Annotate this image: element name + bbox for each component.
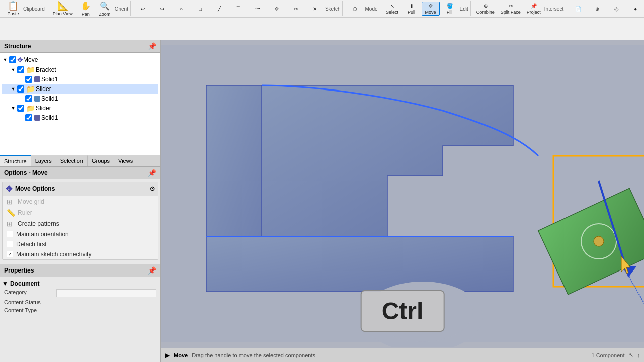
create-patterns-label: Create patterns (18, 220, 59, 227)
panel-pin-icon[interactable]: 📌 (148, 42, 156, 50)
document-collapse-icon: ▼ (2, 280, 8, 287)
tree-arrow-bracket[interactable]: ▼ (10, 67, 16, 72)
viewport[interactable]: Drag the handle to move the selected com… (161, 40, 644, 362)
tree-solid-slider2-icon (34, 115, 40, 121)
sphere-icon: ● (634, 6, 637, 12)
tree-checkbox-slider2[interactable] (17, 105, 24, 112)
maintain-sketch-item[interactable]: Maintain sketch connectivity (3, 249, 158, 259)
sketch-arc-button[interactable]: ⌒ (229, 2, 248, 16)
intersect-label: Intersect (544, 6, 564, 12)
sketch-x-button[interactable]: ✕ (306, 2, 324, 16)
origin-button[interactable]: ◎ (607, 2, 625, 16)
plan-view-button[interactable]: 📐 Plan View (50, 2, 75, 16)
ruler-label: Ruler (18, 209, 32, 216)
create-patterns-icon: ⊞ (7, 220, 15, 228)
tree-item-bracket-solid1[interactable]: Solid1 (2, 75, 158, 84)
sketch-line-button[interactable]: ╱ (210, 2, 228, 16)
move-button[interactable]: ✥ Move (422, 2, 440, 16)
tree-item-slider1[interactable]: ▼ 📁 Slider (2, 84, 158, 94)
properties-header: Properties 📌 (0, 264, 160, 277)
tree-checkbox-move[interactable] (9, 56, 16, 63)
tab-layers[interactable]: Layers (31, 155, 56, 166)
mode-button[interactable]: ⬡ (346, 2, 364, 16)
fill-label: Fill (447, 10, 453, 15)
tree-label-slider1-solid1: Solid1 (41, 95, 58, 102)
split-face-icon: ✂ (509, 3, 513, 9)
detach-first-checkbox[interactable] (7, 241, 13, 247)
tree-checkbox-slider1[interactable] (17, 85, 24, 93)
file-icon: 📄 (575, 6, 581, 12)
move-grid-icon: ⊞ (7, 198, 15, 206)
ruler-item[interactable]: 📏 Ruler (3, 207, 158, 218)
sketch-redo-button[interactable]: ↪ (153, 2, 171, 16)
project-button[interactable]: 📌 Project (524, 2, 543, 16)
move-options-icon: ✥ (6, 184, 12, 194)
edit-label: Edit (460, 6, 468, 12)
properties-pin-icon[interactable]: 📌 (148, 266, 156, 275)
move-options-collapse-icon[interactable]: ⊙ (150, 185, 155, 192)
sketch-spline-button[interactable]: 〜 (249, 2, 267, 16)
status-left-text: Drag the handle to move the selected com… (192, 352, 315, 358)
combine-icon: ⊕ (484, 3, 488, 9)
tree-item-move[interactable]: ▼ ✥ Move (2, 55, 158, 65)
tree-item-bracket[interactable]: ▼ 📁 Bracket (2, 65, 158, 75)
document-section: ▼ Document Category Content Status Conte… (2, 279, 158, 314)
tree-checkbox-bracket-solid1[interactable] (25, 76, 32, 83)
category-row: Category (2, 288, 158, 298)
tree-checkbox-slider2-solid1[interactable] (25, 114, 32, 121)
tree-checkbox-bracket[interactable] (17, 66, 24, 73)
undo-icon: ↩ (141, 6, 145, 12)
maintain-orientation-item[interactable]: Maintain orientation (3, 229, 158, 239)
ruler-icon: 📏 (7, 209, 15, 217)
fill-button[interactable]: 🪣 Fill (441, 2, 459, 16)
tree-arrow-slider1[interactable]: ▼ (10, 86, 16, 92)
spline-icon: 〜 (255, 5, 260, 12)
tabs-bar: Structure Layers Selection Groups Views (0, 155, 160, 167)
sketch-undo-button[interactable]: ↩ (134, 2, 152, 16)
document-section-header[interactable]: ▼ Document (2, 279, 158, 288)
tab-selection[interactable]: Selection (56, 155, 88, 166)
sketch-label: Sketch (325, 6, 341, 12)
tree-item-slider1-solid1[interactable]: Solid1 (2, 94, 158, 103)
paste-button[interactable]: 📋 Paste (4, 2, 22, 16)
project-label: Project (527, 10, 541, 15)
axis-button[interactable]: ⊕ (588, 2, 606, 16)
maintain-sketch-checkbox[interactable] (7, 251, 13, 257)
tree-arrow-move[interactable]: ▼ (2, 57, 8, 62)
tree-item-slider2-solid1[interactable]: Solid1 (2, 113, 158, 122)
tree-checkbox-slider1-solid1[interactable] (25, 95, 32, 102)
toolbar-group-sketch: ↩ ↪ ○ □ ╱ ⌒ 〜 ✥ ✂ ✕ Sketch (132, 1, 343, 16)
move-options-header[interactable]: ✥ Move Options ⊙ (3, 182, 158, 196)
sketch-move-button[interactable]: ✥ (268, 2, 286, 16)
tab-structure[interactable]: Structure (0, 155, 31, 166)
tab-views[interactable]: Views (114, 155, 137, 166)
fill-icon: 🪣 (447, 3, 453, 9)
tree-arrow-slider2[interactable]: ▼ (10, 106, 16, 111)
toolbar-group-clipboard: 📋 Paste Clipboard (2, 1, 47, 16)
move-grid-item[interactable]: ⊞ Move grid (3, 196, 158, 207)
select-button[interactable]: ↖ Select (383, 2, 401, 16)
file-button[interactable]: 📄 (569, 2, 587, 16)
tab-groups[interactable]: Groups (88, 155, 114, 166)
create-patterns-item[interactable]: ⊞ Create patterns (3, 218, 158, 229)
x-icon: ✕ (313, 6, 317, 12)
move-status-icon: ▶ (165, 352, 170, 359)
sketch-trim-button[interactable]: ✂ (287, 2, 305, 16)
maintain-orientation-checkbox[interactable] (7, 231, 13, 237)
options-pin-icon[interactable]: 📌 (148, 169, 156, 177)
zoom-button[interactable]: 🔍 Zoom (96, 2, 114, 16)
sphere-button[interactable]: ● (626, 2, 644, 16)
toolbar-group-intersect: ⊕ Combine ✂ Split Face 📌 Project Interse… (472, 1, 566, 16)
tree-item-slider2[interactable]: ▼ 📁 Slider (2, 103, 158, 113)
origin-icon: ◎ (614, 6, 619, 12)
category-input[interactable] (56, 289, 156, 297)
split-face-button[interactable]: ✂ Split Face (498, 2, 523, 16)
tree-folder-slider2: 📁 (26, 104, 35, 112)
pull-button[interactable]: ⬆ Pull (403, 2, 421, 16)
sketch-rect-button[interactable]: □ (191, 2, 209, 16)
pan-button[interactable]: ✋ Pan (76, 2, 95, 16)
detach-first-item[interactable]: Detach first (3, 239, 158, 249)
combine-button[interactable]: ⊕ Combine (474, 2, 497, 16)
circle-icon: ○ (180, 6, 183, 12)
sketch-circle-button[interactable]: ○ (172, 2, 190, 16)
